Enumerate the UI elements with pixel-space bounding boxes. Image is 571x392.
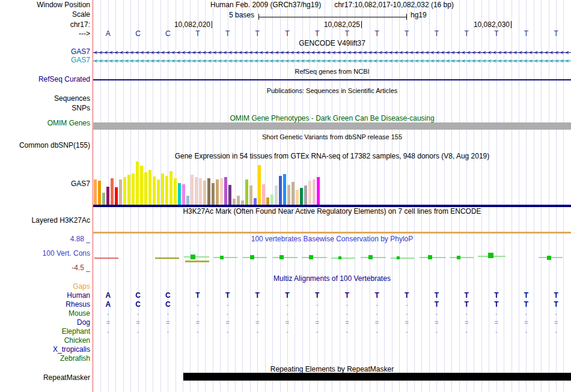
track-label-sequences[interactable]: Sequences	[54, 95, 90, 103]
refseq-gene-line[interactable]	[93, 79, 571, 80]
sequence-base: T	[481, 30, 511, 38]
multiz-cell: T	[451, 292, 481, 300]
track-label-refseq-curated[interactable]: RefSeq Curated	[38, 76, 90, 83]
multiz-cell: -	[153, 328, 183, 336]
multiz-cell: -	[511, 310, 542, 318]
gtex-tissue-bar	[317, 177, 320, 205]
phylop-mark	[185, 261, 209, 262]
phylop-mark	[450, 257, 474, 258]
multiz-cell: T	[272, 292, 302, 300]
gtex-tissue-bar	[220, 178, 223, 205]
multiz-cell: -	[272, 328, 302, 336]
track-label-snps[interactable]: SNPs	[72, 104, 90, 112]
omim-gene-bar[interactable]	[93, 122, 571, 130]
multiz-cell: -	[362, 328, 392, 336]
gtex-tissue-bar	[249, 185, 252, 205]
multiz-row-label-x_tropicalis[interactable]: X_tropicalis	[53, 346, 90, 354]
track-label-repeatmasker[interactable]: RepeatMasker	[43, 374, 90, 382]
ruler-tick: 10,082,030	[474, 21, 511, 28]
gtex-tissue-bar	[254, 198, 257, 205]
h3k27ac-signal-line[interactable]	[93, 232, 571, 234]
multiz-cell: -	[242, 310, 272, 318]
gtex-tissue-bar	[98, 181, 101, 205]
multiz-cell: =	[362, 319, 392, 327]
header-title: Human Feb. 2009 (GRCh37/hg19)chr17:10,08…	[93, 1, 571, 9]
multiz-cell: -	[541, 310, 571, 318]
multiz-cell: -	[422, 310, 452, 318]
phylop-mark	[488, 253, 493, 258]
multiz-cell: -	[272, 301, 302, 309]
multiz-cell: -	[481, 310, 511, 318]
multiz-cell: T	[541, 292, 571, 300]
phylop-mark	[361, 257, 386, 258]
track-label-100-vert-cons[interactable]: 100 Vert. Cons	[43, 250, 90, 258]
multiz-cell: =	[272, 319, 302, 327]
multiz-row-label-gaps[interactable]: Gaps	[73, 283, 90, 291]
multiz-cell: -	[362, 301, 392, 309]
multiz-cell: -	[392, 301, 422, 309]
track-label-gtex-gas7[interactable]: GAS7	[71, 180, 90, 188]
multiz-cell: C	[123, 301, 153, 309]
gtex-tissue-bar	[165, 176, 168, 205]
gtex-tissue-bar	[283, 174, 286, 205]
gene-label-gas7-1[interactable]: GAS7	[71, 56, 90, 64]
gtex-tissue-bar	[224, 177, 227, 205]
multiz-row-label-dog[interactable]: Dog	[77, 319, 90, 327]
gtex-tissue-bar	[258, 165, 261, 205]
multiz-cell: -	[242, 328, 272, 336]
gtex-title: Gene Expression in 54 tissues from GTEx …	[93, 152, 571, 160]
gtex-tissue-bar	[270, 194, 273, 205]
multiz-cell: =	[541, 319, 571, 327]
gtex-tissue-bar	[140, 166, 143, 205]
sequence-base: T	[392, 30, 422, 38]
gene-label-gas7-0[interactable]: GAS7	[71, 48, 90, 56]
position-range: chr17:10,082,017-10,082,032 (16 bp)	[334, 1, 454, 9]
gene-strand-arrows: <<<<<<<<<<<<<<<<<<<<<<<<<<<<<<<<<<<<<<<<…	[94, 49, 570, 56]
multiz-cell: T	[242, 292, 272, 300]
multiz-cell: =	[511, 319, 542, 327]
multiz-row-label-mouse[interactable]: Mouse	[69, 310, 90, 318]
multiz-row-label-zebrafish[interactable]: Zebrafish	[60, 355, 90, 363]
multiz-row-label-rhesus[interactable]: Rhesus	[66, 301, 90, 309]
phylop-mark	[309, 255, 313, 259]
multiz-cell: -	[332, 301, 362, 309]
repeatmasker-element-bar[interactable]	[183, 373, 571, 381]
multiz-row-label-human[interactable]: Human	[67, 292, 90, 300]
dbsnp-title: Short Genetic Variants from dbSNP releas…	[93, 133, 571, 141]
multiz-row-label-elephant[interactable]: Elephant	[62, 328, 90, 336]
gtex-tissue-bar	[195, 177, 198, 205]
multiz-cell: T	[481, 301, 511, 309]
sequence-base: A	[93, 30, 123, 38]
scale-ruler	[258, 14, 407, 20]
multiz-cell: A	[93, 292, 123, 300]
gtex-tissue-bar	[94, 179, 97, 205]
phylop-mark	[272, 257, 298, 258]
phylop-mark	[428, 255, 432, 259]
sequence-base: T	[272, 30, 302, 38]
multiz-row-label-chicken[interactable]: Chicken	[64, 337, 90, 345]
multiz-cell: -	[272, 310, 302, 318]
gtex-tissue-bar	[136, 161, 139, 205]
multiz-cell: T	[392, 292, 422, 300]
multiz-cell: T	[302, 292, 332, 300]
gtex-tissue-bar	[287, 185, 290, 205]
multiz-cell: =	[242, 319, 272, 327]
gtex-tissue-bar	[300, 188, 303, 205]
gtex-tissue-bar	[186, 196, 189, 205]
track-label-layered-h3k27ac[interactable]: Layered H3K27Ac	[32, 217, 90, 225]
track-label-common-dbsnp[interactable]: Common dbSNP(155)	[19, 142, 90, 149]
scale-label: Scale	[72, 11, 90, 19]
track-label-omim-genes[interactable]: OMIM Genes	[47, 119, 90, 127]
phylop-mark	[184, 256, 209, 258]
assembly-name: Human Feb. 2009 (GRCh37/hg19)	[210, 1, 321, 9]
multiz-cell: =	[183, 319, 213, 327]
multiz-cell: -	[451, 310, 481, 318]
multiz-cell: =	[93, 319, 123, 327]
phylop-mark	[338, 256, 341, 259]
gtex-tissue-bar	[127, 175, 130, 205]
phylop-mark	[220, 256, 224, 259]
gtex-bar-chart[interactable]	[94, 161, 328, 205]
gtex-tissue-bar	[153, 176, 156, 205]
multiz-cell: T	[362, 292, 392, 300]
gtex-tissue-bar	[275, 185, 278, 205]
